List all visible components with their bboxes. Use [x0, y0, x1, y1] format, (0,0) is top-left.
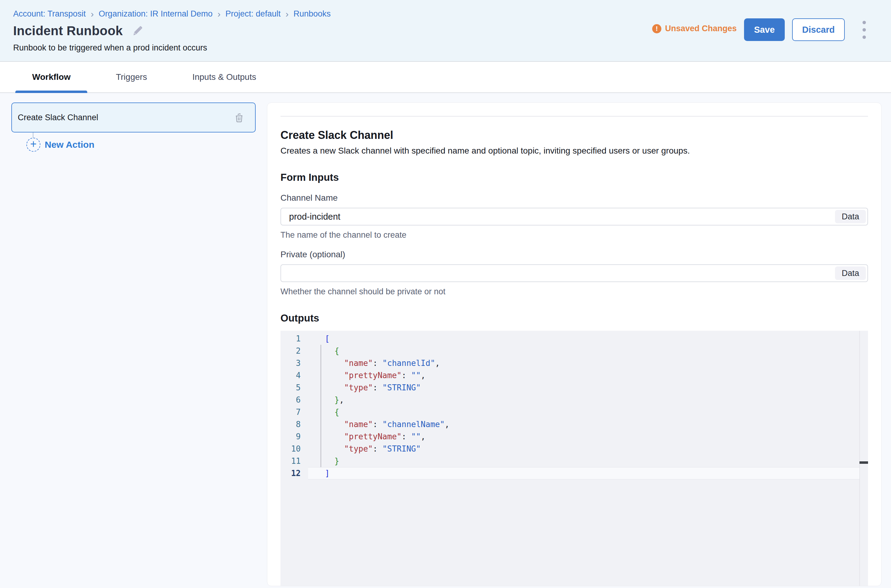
warning-icon: ! — [652, 24, 661, 33]
new-action-label: New Action — [45, 140, 94, 150]
delete-step-trash-icon[interactable] — [233, 111, 245, 124]
code-line-3: "name": "channelId", — [325, 357, 859, 369]
line-number: 5 — [280, 381, 308, 394]
code-line-8: "name": "channelName", — [325, 418, 859, 430]
code-line-9: "prettyName": "", — [325, 430, 859, 442]
breadcrumb-separator-icon: › — [285, 10, 288, 18]
line-number-gutter: 123456789101112 — [280, 331, 308, 586]
content-area: Create Slack Channel + New Action Create… — [0, 93, 891, 588]
channel-name-label: Channel Name — [280, 193, 868, 203]
page-title: Incident Runbook — [13, 24, 123, 38]
code-line-2: { — [325, 345, 859, 357]
edit-title-pencil-icon[interactable] — [131, 24, 144, 38]
action-description: Creates a new Slack channel with specifi… — [280, 146, 868, 156]
private-input[interactable] — [280, 264, 868, 282]
tab-inputs-outputs[interactable]: Inputs & Outputs — [175, 62, 273, 92]
code-line-6: }, — [325, 394, 859, 406]
channel-name-helper: The name of the channel to create — [280, 230, 868, 240]
line-number: 4 — [280, 369, 308, 381]
detail-top-divider — [280, 116, 868, 117]
editor-scrollbar-thumb[interactable] — [859, 461, 868, 464]
form-inputs-heading: Form Inputs — [280, 172, 868, 183]
channel-name-data-button[interactable]: Data — [835, 210, 866, 224]
breadcrumb-separator-icon: › — [90, 10, 94, 18]
breadcrumb-link-organization-ir-internal-demo[interactable]: Organization: IR Internal Demo — [99, 9, 212, 19]
outputs-heading: Outputs — [280, 312, 868, 324]
line-number: 9 — [280, 430, 308, 442]
tab-bar: WorkflowTriggersInputs & Outputs — [0, 62, 891, 93]
code-line-4: "prettyName": "", — [325, 369, 859, 381]
more-options-kebab-icon[interactable] — [857, 18, 871, 41]
page-subtitle: Runbook to be triggered when a prod inci… — [13, 43, 331, 52]
breadcrumb-link-account-transposit[interactable]: Account: Transposit — [13, 9, 86, 19]
plus-icon: + — [26, 138, 41, 152]
indent-guide-line — [321, 345, 321, 467]
line-number: 6 — [280, 394, 308, 406]
page-header: Account: Transposit›Organization: IR Int… — [0, 0, 891, 62]
action-title: Create Slack Channel — [280, 129, 868, 142]
workflow-step-create-slack-channel[interactable]: Create Slack Channel — [11, 102, 256, 132]
code-line-12: ] — [325, 467, 859, 479]
line-number: 10 — [280, 442, 308, 455]
line-number: 1 — [280, 333, 308, 345]
tab-workflow[interactable]: Workflow — [15, 62, 87, 92]
save-button[interactable]: Save — [744, 18, 785, 41]
workflow-connector-line — [33, 132, 33, 138]
breadcrumb-link-runbooks[interactable]: Runbooks — [293, 9, 331, 19]
line-number: 12 — [280, 467, 308, 479]
breadcrumb-separator-icon: › — [217, 10, 220, 18]
workflow-panel: Create Slack Channel + New Action — [0, 93, 267, 588]
private-data-button[interactable]: Data — [835, 267, 866, 280]
tab-triggers[interactable]: Triggers — [99, 62, 164, 92]
code-line-5: "type": "STRING" — [325, 381, 859, 394]
unsaved-changes-label: Unsaved Changes — [665, 24, 737, 33]
private-helper: Whether the channel should be private or… — [280, 287, 868, 297]
channel-name-input[interactable] — [280, 208, 868, 225]
code-line-1: [ — [325, 333, 859, 345]
unsaved-changes-badge: ! Unsaved Changes — [652, 24, 737, 33]
code-line-7: { — [325, 406, 859, 418]
private-label: Private (optional) — [280, 250, 868, 260]
breadcrumb: Account: Transposit›Organization: IR Int… — [13, 9, 331, 19]
line-number: 11 — [280, 455, 308, 467]
breadcrumb-link-project-default[interactable]: Project: default — [225, 9, 280, 19]
discard-button[interactable]: Discard — [792, 18, 845, 41]
workflow-step-label: Create Slack Channel — [18, 113, 98, 122]
line-number: 7 — [280, 406, 308, 418]
code-line-10: "type": "STRING" — [325, 442, 859, 455]
line-number: 8 — [280, 418, 308, 430]
outputs-code-editor[interactable]: 123456789101112 [ { "name": "channelId",… — [280, 331, 868, 586]
new-action-button[interactable]: + New Action — [26, 138, 256, 152]
line-number: 3 — [280, 357, 308, 369]
line-number: 2 — [280, 345, 308, 357]
editor-scrollbar[interactable] — [859, 331, 868, 586]
code-line-11: } — [325, 455, 859, 467]
action-detail-panel: Create Slack Channel Creates a new Slack… — [267, 102, 882, 586]
